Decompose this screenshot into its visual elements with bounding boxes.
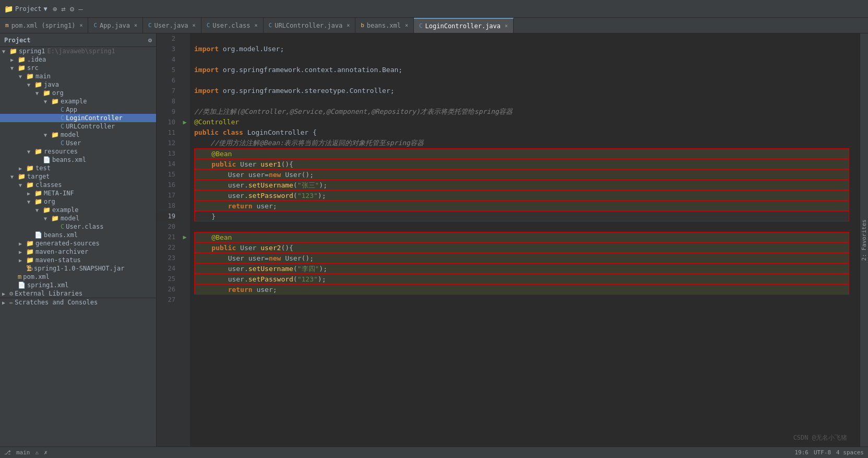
line-num-5: 5: [157, 65, 180, 75]
tree-label-app: App: [66, 106, 77, 113]
tree-item-classes[interactable]: ▼ 📁 classes: [0, 181, 156, 189]
tree-item-target[interactable]: ▼ 📁 target: [0, 172, 156, 181]
tree-item-main[interactable]: ▼ 📁 main: [0, 72, 156, 80]
tab-beans-close[interactable]: ×: [405, 22, 408, 28]
main-layout: Project ⚙ ▼ 📁 spring1 E:\javaweb\spring1…: [0, 33, 868, 447]
tree-item-generated[interactable]: ▶ 📁 generated-sources: [0, 239, 156, 248]
add-module-icon[interactable]: ⊕: [53, 5, 57, 13]
dropdown-icon[interactable]: ▼: [44, 5, 47, 13]
line-num-17: 17: [157, 190, 180, 201]
file-icon-beans-target: 📄: [34, 231, 42, 239]
tree-label-scratches: Scratches and Consoles: [15, 299, 98, 306]
tab-logincontroller-close[interactable]: ×: [505, 23, 508, 29]
folder-icon-main: 📁: [26, 73, 34, 80]
tree-item-logincontroller[interactable]: ▶ C LoginController: [0, 114, 156, 122]
tree-item-resources[interactable]: ▼ 📁 resources: [0, 147, 156, 156]
gutter-27: [180, 295, 190, 305]
tree-item-scratches[interactable]: ▶ ✏ Scratches and Consoles: [0, 298, 156, 307]
line-num-9: 9: [157, 107, 180, 117]
line-num-22: 22: [157, 242, 180, 253]
git-branch-icon[interactable]: ⎇: [4, 449, 11, 456]
run-icon-10[interactable]: ▶: [183, 117, 186, 127]
code-area[interactable]: import org.model.User; import org.spring…: [190, 33, 860, 447]
gutter-14: [180, 159, 190, 169]
tree-item-userclass[interactable]: ▶ C User.class: [0, 222, 156, 231]
tree-item-src[interactable]: ▼ 📁 src: [0, 64, 156, 72]
minimize-icon[interactable]: —: [78, 5, 82, 13]
code-line-17: user.setPassword("123");: [194, 190, 849, 201]
tab-pom-close[interactable]: ×: [79, 22, 82, 28]
tree-item-jar[interactable]: ▶ 🗜 spring1-1.0-SNAPSHOT.jar: [0, 264, 156, 273]
file-icon-user: C: [61, 139, 64, 147]
settings-icon[interactable]: ⚙: [70, 5, 74, 13]
tab-beans[interactable]: b beans.xml ×: [355, 18, 414, 33]
code-line-14: public User user1(){: [194, 159, 849, 169]
sidebar-title: Project: [4, 37, 31, 44]
tree-item-beans-target[interactable]: ▶ 📄 beans.xml: [0, 231, 156, 239]
folder-icon-org: 📁: [43, 89, 51, 97]
tab-urlcontroller[interactable]: C URLController.java ×: [264, 18, 356, 33]
tab-logincontroller[interactable]: C LoginController.java ×: [414, 18, 514, 33]
tree-arrow-src: ▼: [10, 65, 18, 71]
tree-item-test[interactable]: ▶ 📁 test: [0, 164, 156, 172]
tab-logincontroller-label: LoginController.java: [425, 22, 501, 30]
tree-item-app[interactable]: ▶ C App: [0, 105, 156, 114]
tree-arrow-model: ▼: [44, 132, 51, 138]
editor-content[interactable]: 2 3 4 5 6 7 8 9 10 11 12 13 14 15 16 17 …: [157, 33, 860, 447]
code-line-20: [194, 221, 849, 232]
tab-urlcontroller-close[interactable]: ×: [347, 22, 350, 28]
tree-item-urlcontroller[interactable]: ▶ C URLController: [0, 122, 156, 131]
tree-item-idea[interactable]: ▶ 📁 .idea: [0, 55, 156, 64]
tree-label-org: org: [52, 89, 64, 97]
logincontroller-icon: C: [419, 22, 423, 29]
beans-icon: b: [361, 22, 364, 29]
gutter-25: [180, 274, 190, 284]
tree-item-example[interactable]: ▼ 📁 example: [0, 97, 156, 105]
code-line-16: user.setUsername("张三");: [194, 180, 849, 190]
tab-user[interactable]: C User.java ×: [143, 18, 201, 33]
tab-pom[interactable]: m pom.xml (spring1) ×: [0, 18, 88, 33]
tree-item-org-target[interactable]: ▼ 📁 org: [0, 197, 156, 206]
tree-item-maven-archiver[interactable]: ▶ 📁 maven-archiver: [0, 248, 156, 256]
tree-item-model[interactable]: ▼ 📁 model: [0, 131, 156, 139]
tree-item-beans-resources[interactable]: ▶ 📄 beans.xml: [0, 156, 156, 164]
tree-item-spring1xml[interactable]: ▶ 📄 spring1.xml: [0, 281, 156, 289]
tab-userclass-close[interactable]: ×: [255, 22, 258, 28]
tabs-bar: m pom.xml (spring1) × C App.java × C Use…: [0, 18, 868, 33]
line-num-8: 8: [157, 96, 180, 107]
favorites-label[interactable]: 2: Favorites: [861, 219, 867, 261]
tree-item-ext-libs[interactable]: ▶ ⚙ External Libraries: [0, 289, 156, 298]
line-num-24: 24: [157, 263, 180, 274]
code-line-18: return user;: [194, 201, 849, 211]
tree-item-metainf[interactable]: ▶ 📁 META-INF: [0, 189, 156, 197]
tree-item-org[interactable]: ▼ 📁 org: [0, 89, 156, 97]
tree-arrow-spring1: ▼: [2, 49, 9, 54]
line-num-10: 10: [157, 117, 180, 127]
line-num-18: 18: [157, 201, 180, 211]
file-icon-pom: m: [18, 273, 21, 280]
gutter-9: [180, 107, 190, 117]
tree-item-spring1[interactable]: ▼ 📁 spring1 E:\javaweb\spring1: [0, 47, 156, 55]
tab-app[interactable]: C App.java ×: [88, 18, 142, 33]
tree-item-pom-root[interactable]: ▶ m pom.xml: [0, 273, 156, 281]
tree-item-model-target[interactable]: ▼ 📁 model: [0, 214, 156, 222]
tree-label-generated: generated-sources: [35, 240, 100, 247]
sync-icon[interactable]: ⇄: [61, 5, 65, 13]
tree-item-user-java[interactable]: ▶ C User: [0, 139, 156, 147]
line-num-4: 4: [157, 54, 180, 65]
tree-label-target: target: [27, 173, 50, 180]
tab-userclass[interactable]: C User.class ×: [201, 18, 264, 33]
sidebar-gear-icon[interactable]: ⚙: [148, 37, 152, 44]
tree-item-example-target[interactable]: ▼ 📁 example: [0, 206, 156, 214]
tab-urlcontroller-label: URLController.java: [275, 22, 342, 29]
tree-item-maven-status[interactable]: ▶ 📁 maven-status: [0, 256, 156, 264]
line-num-20: 20: [157, 221, 180, 232]
bottom-left: ⎇ main ⚠ ✗: [4, 449, 47, 456]
encoding-indicator: UTF-8: [814, 449, 831, 456]
tree-item-java[interactable]: ▼ 📁 java: [0, 80, 156, 89]
line-num-19: 19: [157, 211, 180, 221]
tab-user-close[interactable]: ×: [193, 22, 196, 28]
tab-app-close[interactable]: ×: [134, 22, 137, 28]
project-label[interactable]: Project: [15, 5, 42, 13]
run-icon-21[interactable]: ▶: [183, 232, 186, 242]
